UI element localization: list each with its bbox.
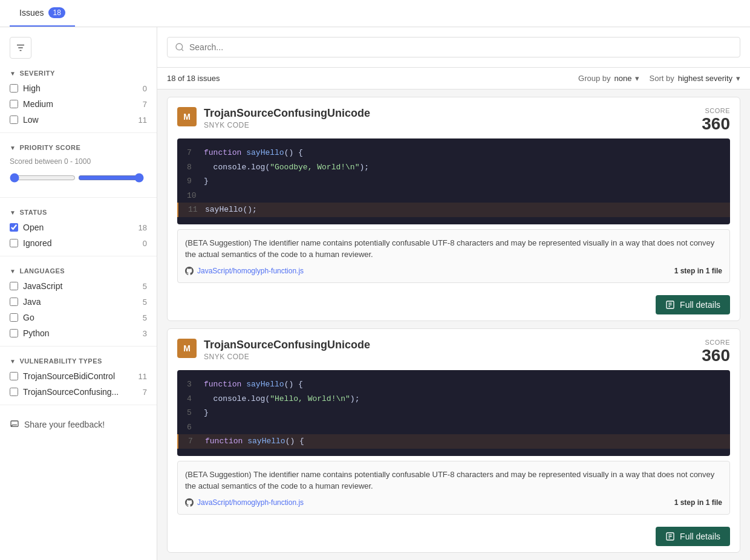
- severity-high-count: 0: [143, 84, 147, 93]
- severity-section: ▼ SEVERITY High 0 Medium 7 Low 11: [0, 63, 157, 128]
- issue-1-suggestion-source: JavaScript/homoglyph-function.js: [185, 267, 304, 275]
- feedback-icon: [10, 420, 19, 429]
- issue-1-full-details-button[interactable]: Full details: [656, 295, 730, 314]
- vuln-types-label: VULNERABILITY TYPES: [19, 357, 102, 365]
- issue-2-full-details-label: Full details: [680, 532, 720, 541]
- issue-1-code-block: 7 function sayHello() { 8 console.log("G…: [177, 138, 730, 224]
- issue-2-full-details-button[interactable]: Full details: [656, 527, 730, 546]
- vuln-bidi-count: 11: [139, 372, 147, 381]
- severity-high-label[interactable]: High: [23, 83, 138, 93]
- vuln-confusing-item: TrojanSourceConfusing... 7: [0, 384, 157, 400]
- group-by-control[interactable]: Group by none ▾: [578, 74, 639, 83]
- severity-medium-label[interactable]: Medium: [23, 99, 138, 109]
- status-section-header[interactable]: ▼ STATUS: [0, 203, 157, 220]
- search-input-wrapper: [167, 37, 740, 57]
- lang-java-label[interactable]: Java: [23, 297, 138, 307]
- status-ignored-checkbox[interactable]: [10, 239, 18, 247]
- issue-1-title-area: TrojanSourceConfusingUnicode SNYK CODE: [204, 107, 694, 129]
- lang-js-count: 5: [143, 282, 147, 291]
- priority-score-slider-max[interactable]: [78, 173, 144, 183]
- lang-java-checkbox[interactable]: [10, 298, 18, 306]
- lang-js-item: JavaScript 5: [0, 278, 157, 294]
- filter-button[interactable]: [10, 37, 31, 59]
- details-icon: [665, 532, 675, 541]
- share-feedback-button[interactable]: Share your feedback!: [0, 410, 157, 439]
- status-open-checkbox[interactable]: [10, 223, 18, 232]
- severity-medium-item: Medium 7: [0, 96, 157, 112]
- priority-score-header[interactable]: ▼ PRIORITY SCORE: [0, 138, 157, 155]
- status-open-item: Open 18: [0, 220, 157, 235]
- issue-2-code-block: 3 function sayHello() { 4 console.log("H…: [177, 370, 730, 456]
- code-line: 3 function sayHello() {: [177, 377, 730, 392]
- lang-go-item: Go 5: [0, 310, 157, 325]
- issue-2-suggestion-text: (BETA Suggestion) The identifier name co…: [185, 469, 722, 492]
- severity-medium-checkbox[interactable]: [10, 100, 18, 108]
- details-icon: [665, 300, 675, 310]
- priority-score-range-text: Scored between 0 - 1000: [0, 155, 157, 171]
- issue-1-step-info: 1 step in 1 file: [674, 267, 722, 275]
- issue-card-2: M TrojanSourceConfusingUnicode SNYK CODE…: [167, 328, 740, 553]
- severity-high-item: High 0: [0, 80, 157, 96]
- vuln-chevron-icon: ▼: [10, 358, 16, 365]
- issue-2-source-link[interactable]: JavaScript/homoglyph-function.js: [197, 498, 304, 507]
- lang-js-label[interactable]: JavaScript: [23, 281, 138, 291]
- severity-section-header[interactable]: ▼ SEVERITY: [0, 63, 157, 80]
- sidebar: ▼ SEVERITY High 0 Medium 7 Low 11: [0, 27, 157, 560]
- issue-2-title-area: TrojanSourceConfusingUnicode SNYK CODE: [204, 339, 694, 361]
- code-line: 5 }: [177, 406, 730, 420]
- vuln-bidi-checkbox[interactable]: [10, 372, 18, 380]
- status-label: STATUS: [19, 209, 47, 216]
- sort-group: Group by none ▾ Sort by highest severity…: [578, 74, 740, 83]
- vuln-types-header[interactable]: ▼ VULNERABILITY TYPES: [0, 351, 157, 368]
- sort-by-value: highest severity: [678, 74, 732, 83]
- issue-1-source-link[interactable]: JavaScript/homoglyph-function.js: [197, 267, 304, 275]
- code-line: 10: [177, 189, 730, 203]
- vuln-bidi-label[interactable]: TrojanSourceBidiControl: [23, 371, 134, 381]
- sort-by-control[interactable]: Sort by highest severity ▾: [649, 74, 740, 83]
- priority-score-slider-min[interactable]: [10, 173, 76, 183]
- status-open-label[interactable]: Open: [23, 223, 134, 232]
- lang-go-label[interactable]: Go: [23, 313, 138, 322]
- severity-high-checkbox[interactable]: [10, 84, 18, 93]
- languages-section-header[interactable]: ▼ LANGUAGES: [0, 261, 157, 278]
- severity-low-item: Low 11: [0, 112, 157, 128]
- vuln-bidi-item: TrojanSourceBidiControl 11: [0, 368, 157, 384]
- issue-2-suggestion-footer: JavaScript/homoglyph-function.js 1 step …: [185, 498, 722, 507]
- priority-score-label: PRIORITY SCORE: [19, 144, 80, 151]
- severity-low-label[interactable]: Low: [23, 115, 134, 125]
- issue-2-score-label: SCORE: [702, 339, 730, 346]
- lang-python-count: 3: [143, 329, 147, 338]
- issue-2-title[interactable]: TrojanSourceConfusingUnicode: [204, 339, 694, 351]
- search-input[interactable]: [189, 42, 732, 52]
- lang-python-checkbox[interactable]: [10, 329, 18, 337]
- code-line: 8 console.log("Goodbye, World!\n");: [177, 160, 730, 175]
- priority-score-slider-container: [0, 171, 157, 192]
- issue-1-title[interactable]: TrojanSourceConfusingUnicode: [204, 107, 694, 120]
- status-chevron-icon: ▼: [10, 209, 16, 216]
- search-bar: [157, 27, 750, 68]
- severity-low-checkbox[interactable]: [10, 116, 18, 124]
- svg-point-4: [176, 44, 183, 50]
- search-icon: [175, 42, 184, 52]
- vuln-confusing-label[interactable]: TrojanSourceConfusing...: [23, 387, 138, 397]
- github-icon: [185, 498, 194, 507]
- status-ignored-label[interactable]: Ignored: [23, 238, 138, 248]
- lang-go-count: 5: [143, 313, 147, 322]
- content-area: 18 of 18 issues Group by none ▾ Sort by …: [157, 27, 750, 560]
- issue-1-score-value: 360: [702, 114, 730, 134]
- severity-low-count: 11: [139, 116, 147, 125]
- issue-1-suggestion-box: (BETA Suggestion) The identifier name co…: [177, 229, 730, 283]
- issue-1-header: M TrojanSourceConfusingUnicode SNYK CODE…: [168, 97, 740, 138]
- code-line-highlighted: 7 function sayHello() {: [177, 434, 730, 449]
- lang-js-checkbox[interactable]: [10, 282, 18, 290]
- lang-java-count: 5: [143, 298, 147, 307]
- tab-issues[interactable]: Issues 18: [10, 0, 75, 27]
- lang-go-checkbox[interactable]: [10, 313, 18, 322]
- issue-2-badge: M: [177, 339, 197, 358]
- issue-2-suggestion-box: (BETA Suggestion) The identifier name co…: [177, 461, 730, 515]
- lang-python-label[interactable]: Python: [23, 328, 138, 338]
- vuln-confusing-checkbox[interactable]: [10, 388, 18, 396]
- issue-1-source: SNYK CODE: [204, 121, 694, 129]
- issue-1-suggestion-text: (BETA Suggestion) The identifier name co…: [185, 237, 722, 261]
- issue-2-score-value: 360: [702, 346, 730, 365]
